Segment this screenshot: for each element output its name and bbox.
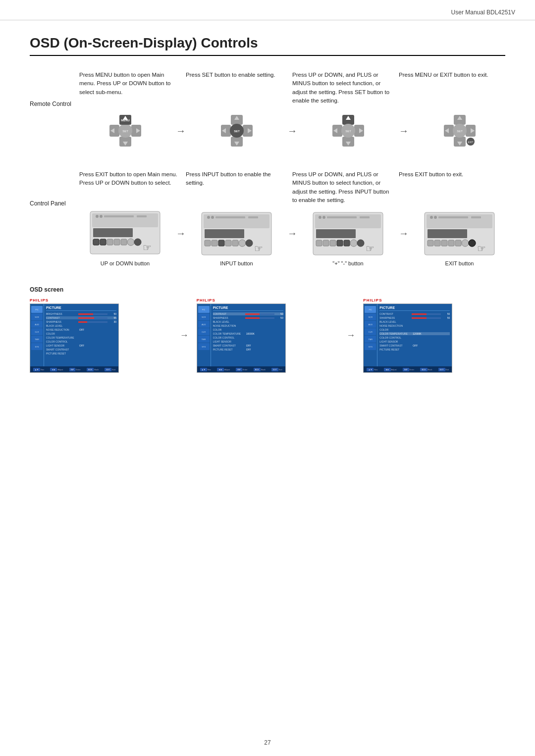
panel-arrow-2: → <box>282 228 302 239</box>
svg-rect-100 <box>441 240 447 246</box>
panel-diagrams-row: ☞ → <box>79 210 505 256</box>
remote-instruction-1: Press MENU button to open Main menu. Pre… <box>79 71 186 105</box>
svg-point-103 <box>462 240 469 247</box>
svg-text:SET: SET <box>122 130 128 133</box>
caption-2: INPUT button <box>191 260 282 266</box>
panel-diagram-3: ☞ <box>302 211 394 256</box>
svg-text:SET: SET <box>457 130 463 133</box>
svg-point-74 <box>246 240 253 247</box>
remote-instructions-row: Press MENU button to open Main menu. Pre… <box>79 71 505 105</box>
osd-screens-row: PHILIPS PIC SCR AUD CLR TMR SYS PICTURE <box>30 298 505 373</box>
svg-rect-86 <box>337 240 343 246</box>
osd-nav-2: PIC SCR AUD CLR TMR SYS <box>197 304 211 372</box>
svg-rect-65 <box>215 216 245 218</box>
control-panel-label: Control Panel <box>30 170 79 207</box>
svg-rect-58 <box>93 239 99 245</box>
svg-point-105 <box>469 240 476 247</box>
svg-rect-71 <box>225 240 231 246</box>
svg-rect-80 <box>327 216 357 218</box>
remote-instruction-2: Press SET button to enable setting. <box>186 71 292 105</box>
svg-text:☞: ☞ <box>143 242 152 253</box>
svg-point-79 <box>322 216 325 219</box>
osd-nav-picture: PIC <box>31 306 43 313</box>
svg-point-73 <box>239 240 246 247</box>
svg-point-57 <box>134 239 141 246</box>
svg-rect-54 <box>114 239 120 245</box>
svg-text:☞: ☞ <box>477 243 486 254</box>
caption-4: EXIT button <box>414 260 505 266</box>
svg-point-89 <box>357 240 364 247</box>
svg-rect-67 <box>205 229 244 238</box>
svg-point-56 <box>127 239 134 246</box>
svg-text:☞: ☞ <box>366 243 374 254</box>
osd-screen-3: PHILIPS PIC SCR AUD CLR TMR SYS PICTURE <box>363 298 505 373</box>
remote-instruction-3: Press UP or DOWN, and PLUS or MINUS butt… <box>292 71 399 105</box>
svg-rect-66 <box>248 216 258 218</box>
osd-nav-3: PIC SCR AUD CLR TMR SYS <box>364 304 377 372</box>
arrow-1: → <box>171 125 191 137</box>
svg-text:SET: SET <box>345 130 351 133</box>
svg-point-94 <box>434 216 437 219</box>
osd-content-3: PICTURE CONTRAST50 SHARPNESS50 BLACK LEV… <box>377 304 452 372</box>
remote-diagram-1: MENU SET <box>79 111 171 151</box>
panel-instruction-1: Press EXIT button to open Main menu. Pre… <box>79 170 186 204</box>
remote-diagram-3: SET <box>302 111 394 151</box>
page-number: 27 <box>264 739 270 746</box>
svg-text:SET: SET <box>234 130 240 133</box>
panel-arrow-1: → <box>171 228 191 239</box>
osd-screen-1: PHILIPS PIC SCR AUD CLR TMR SYS PICTURE <box>30 298 172 373</box>
panel-diagram-2: ☞ <box>191 211 282 256</box>
page-title: OSD (On-Screen-Display) Controls <box>30 35 505 56</box>
svg-point-46 <box>96 215 99 218</box>
svg-rect-101 <box>448 240 454 246</box>
osd-label: OSD screen <box>30 286 505 293</box>
svg-text:☞: ☞ <box>254 243 263 254</box>
control-panel-section: Control Panel Press EXIT button to open … <box>30 170 505 266</box>
remote-control-main: Press MENU button to open Main menu. Pre… <box>79 71 505 151</box>
svg-rect-95 <box>438 216 468 218</box>
osd-section: OSD screen PHILIPS PIC SCR AUD CLR TMR S… <box>30 286 505 373</box>
remote-control-section: Remote Control Press MENU button to open… <box>30 71 505 151</box>
svg-rect-98 <box>428 240 433 246</box>
svg-rect-97 <box>428 229 467 238</box>
svg-point-93 <box>430 216 433 219</box>
remote-diagram-4: SET EXIT <box>414 111 505 151</box>
osd-display-1: PIC SCR AUD CLR TMR SYS PICTURE BRIGHTNE… <box>30 303 119 373</box>
svg-rect-53 <box>107 239 113 245</box>
svg-rect-72 <box>232 240 238 246</box>
svg-rect-96 <box>471 216 481 218</box>
panel-instruction-2: Press INPUT button to enable the setting… <box>186 170 292 204</box>
osd-display-3: PIC SCR AUD CLR TMR SYS PICTURE CONTRAST… <box>363 303 452 373</box>
remote-diagram-2: SET <box>191 111 282 151</box>
svg-rect-50 <box>93 228 133 237</box>
svg-point-88 <box>350 240 357 247</box>
svg-point-64 <box>211 216 214 219</box>
philips-logo-2: PHILIPS <box>197 298 339 302</box>
control-panel-main: Press EXIT button to open Main menu. Pre… <box>79 170 505 266</box>
svg-point-78 <box>319 216 321 219</box>
svg-rect-84 <box>323 240 329 246</box>
panel-arrow-3: → <box>394 228 414 239</box>
panel-captions-row: UP or DOWN button INPUT button "+" "-" b… <box>79 260 505 266</box>
svg-rect-48 <box>104 215 134 217</box>
osd-screen1-header: PICTURE <box>46 306 116 311</box>
osd-footer-1: ▲▼Nav ◄►Adjust INPEnter BCKBack EXTExit <box>30 366 118 372</box>
osd-screen-2: PHILIPS PIC SCR AUD CLR TMR SYS PICTURE <box>197 298 339 373</box>
osd-nav-1: PIC SCR AUD CLR TMR SYS <box>30 304 44 372</box>
osd-screen3-header: PICTURE <box>379 306 450 311</box>
svg-rect-49 <box>137 215 147 217</box>
svg-rect-69 <box>212 240 217 246</box>
remote-control-label: Remote Control <box>30 71 79 107</box>
svg-point-63 <box>207 216 210 219</box>
caption-1: UP or DOWN button <box>79 260 171 266</box>
philips-logo-3: PHILIPS <box>363 298 505 302</box>
svg-point-47 <box>100 215 103 218</box>
philips-logo-1: PHILIPS <box>30 298 172 302</box>
svg-rect-55 <box>121 239 127 245</box>
svg-rect-83 <box>316 240 322 246</box>
arrow-2: → <box>282 125 302 137</box>
osd-footer-2: ▲▼Nav ◄►Adjust INPEnter BCKBack EXTExit <box>197 366 285 372</box>
svg-rect-99 <box>434 240 440 246</box>
svg-rect-85 <box>330 240 336 246</box>
manual-title: User Manual BDL4251V <box>451 9 515 16</box>
